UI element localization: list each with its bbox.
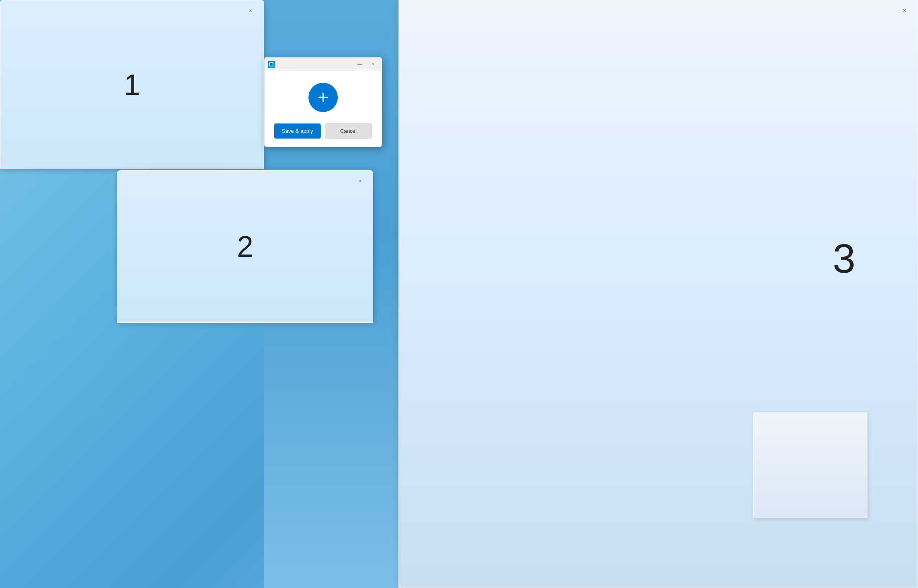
window-1-number: 1: [124, 68, 140, 101]
window-1: × 1: [0, 0, 264, 169]
dialog-close-button[interactable]: ×: [367, 60, 379, 69]
bottom-sub-panel: [753, 412, 867, 518]
dialog-title-area: [268, 61, 275, 68]
save-apply-button[interactable]: Save & apply: [274, 123, 321, 139]
dialog-app-icon: [268, 61, 275, 68]
dialog-titlebar: — ×: [264, 57, 382, 71]
dialog: — × Save & apply Cancel: [264, 57, 382, 147]
desktop: Recycle Bin Microsoft Edge × 1 × 3: [0, 0, 918, 588]
window-1-close-button[interactable]: ×: [244, 4, 257, 18]
cancel-button[interactable]: Cancel: [325, 123, 372, 139]
dialog-actions: Save & apply Cancel: [274, 123, 372, 139]
window-3-number: 3: [833, 235, 856, 282]
dialog-titlebar-controls: — ×: [354, 60, 379, 69]
window-2-close-button[interactable]: ×: [353, 175, 366, 188]
dialog-minimize-button[interactable]: —: [354, 60, 365, 69]
dialog-body: Save & apply Cancel: [264, 71, 382, 147]
window-2: × 2: [117, 170, 373, 323]
add-button[interactable]: [308, 83, 338, 112]
window-3: × 3: [398, 0, 918, 588]
window-3-close-button[interactable]: ×: [898, 4, 911, 18]
window-2-number: 2: [237, 230, 253, 263]
svg-rect-8: [270, 63, 273, 66]
